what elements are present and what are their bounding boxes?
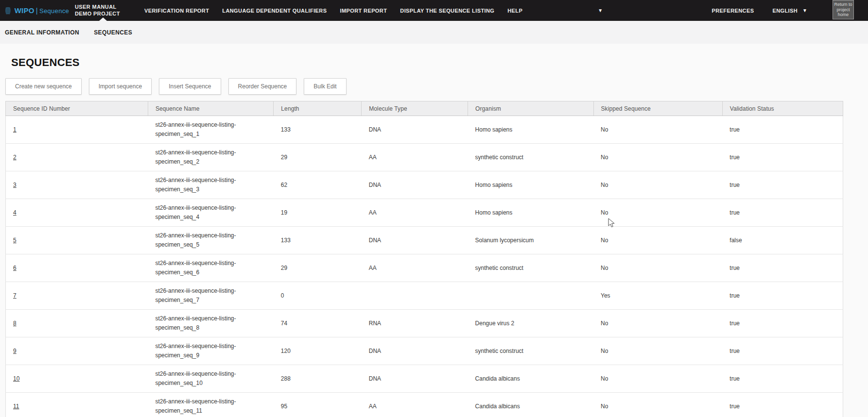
- cell-length: 120: [274, 337, 362, 365]
- cell-name: st26-annex-iii-sequence-listing-specimen…: [148, 365, 273, 393]
- table-row: 7st26-annex-iii-sequence-listing-specime…: [6, 282, 843, 310]
- cell-name: st26-annex-iii-sequence-listing-specimen…: [148, 116, 273, 144]
- import-sequence-button[interactable]: Import sequence: [89, 78, 152, 95]
- menu-item-help[interactable]: HELP: [507, 0, 522, 21]
- table-row: 2st26-annex-iii-sequence-listing-specime…: [6, 144, 843, 171]
- cell-name: st26-annex-iii-sequence-listing-specimen…: [148, 337, 273, 365]
- sequence-id-link[interactable]: 3: [13, 182, 17, 188]
- cell-organism: [468, 282, 593, 310]
- cell-molecule_type: AA: [362, 254, 468, 282]
- cell-validation: true: [722, 199, 843, 227]
- sequence-id-link[interactable]: 1: [13, 126, 17, 133]
- cell-validation: true: [722, 282, 843, 310]
- cell-id: 8: [6, 310, 148, 337]
- language-selector[interactable]: ENGLISH ▼: [772, 8, 807, 14]
- cell-length: 0: [274, 282, 362, 310]
- create-new-sequence-button[interactable]: Create new sequence: [5, 78, 82, 95]
- cell-id: 3: [6, 171, 148, 199]
- cell-length: 29: [274, 254, 362, 282]
- cell-molecule_type: DNA: [362, 365, 468, 393]
- cell-skipped: No: [593, 199, 722, 227]
- column-header-length: Length: [274, 101, 362, 116]
- menu-item-import-report[interactable]: IMPORT REPORT: [340, 0, 387, 21]
- sequence-id-link[interactable]: 8: [13, 320, 17, 327]
- cell-name: st26-annex-iii-sequence-listing-specimen…: [148, 199, 273, 227]
- sequence-id-link[interactable]: 2: [13, 154, 17, 161]
- cell-name: st26-annex-iii-sequence-listing-specimen…: [148, 254, 273, 282]
- cell-organism: Candida albicans: [468, 393, 593, 417]
- cell-name: st26-annex-iii-sequence-listing-specimen…: [148, 282, 273, 310]
- cell-molecule_type: DNA: [362, 171, 468, 199]
- reorder-sequence-button[interactable]: Reorder Sequence: [228, 78, 297, 95]
- sequence-toolbar: Create new sequence Import sequence Inse…: [5, 78, 868, 95]
- cell-length: 19: [274, 199, 362, 227]
- cell-skipped: No: [593, 337, 722, 365]
- sequences-table: Sequence ID Number Sequence Name Length …: [5, 101, 843, 417]
- cell-organism: Homo sapiens: [468, 199, 593, 227]
- cell-skipped: No: [593, 310, 722, 337]
- cell-length: 62: [274, 171, 362, 199]
- cell-skipped: No: [593, 144, 722, 171]
- sequence-name-text: st26-annex-iii-sequence-listing-specimen…: [155, 120, 250, 138]
- cell-validation: false: [722, 227, 843, 254]
- cell-validation: true: [722, 310, 843, 337]
- cell-length: 95: [274, 393, 362, 417]
- menu-item-project[interactable]: USER MANUAL DEMO PROJECT: [75, 0, 131, 21]
- cell-molecule_type: RNA: [362, 310, 468, 337]
- sequence-name-text: st26-annex-iii-sequence-listing-specimen…: [155, 397, 250, 415]
- table-row: 9st26-annex-iii-sequence-listing-specime…: [6, 337, 843, 365]
- table-row: 6st26-annex-iii-sequence-listing-specime…: [6, 254, 843, 282]
- cell-molecule_type: DNA: [362, 116, 468, 144]
- menu-item-verification-report[interactable]: VERIFICATION REPORT: [144, 0, 209, 21]
- language-chevron-down-icon: ▼: [802, 8, 807, 13]
- cell-organism: Solanum lycopersicum: [468, 227, 593, 254]
- sequence-id-link[interactable]: 10: [13, 375, 19, 382]
- sequence-name-text: st26-annex-iii-sequence-listing-specimen…: [155, 342, 250, 360]
- cell-organism: Homo sapiens: [468, 116, 593, 144]
- cell-molecule_type: DNA: [362, 337, 468, 365]
- sequences-table-body: 1st26-annex-iii-sequence-listing-specime…: [6, 116, 843, 417]
- cell-skipped: No: [593, 365, 722, 393]
- menu-item-display-sequence-listing[interactable]: DISPLAY THE SEQUENCE LISTING: [400, 0, 494, 21]
- sequence-id-link[interactable]: 4: [13, 209, 17, 216]
- cell-validation: true: [722, 144, 843, 171]
- tab-sequences[interactable]: SEQUENCES: [94, 29, 132, 36]
- cell-id: 5: [6, 227, 148, 254]
- cell-id: 10: [6, 365, 148, 393]
- page-title: SEQUENCES: [11, 56, 868, 69]
- cell-skipped: No: [593, 393, 722, 417]
- cell-organism: Candida albicans: [468, 365, 593, 393]
- wipo-sequence-logo[interactable]: WIPO|Sequence: [5, 4, 69, 17]
- cell-skipped: No: [593, 171, 722, 199]
- sequence-id-link[interactable]: 5: [13, 237, 17, 244]
- cell-length: 74: [274, 310, 362, 337]
- cell-name: st26-annex-iii-sequence-listing-specimen…: [148, 171, 273, 199]
- return-to-project-home-button[interactable]: Return to project home: [833, 0, 854, 19]
- cell-length: 288: [274, 365, 362, 393]
- sequence-id-link[interactable]: 7: [13, 292, 17, 299]
- table-row: 10st26-annex-iii-sequence-listing-specim…: [6, 365, 843, 393]
- tab-general-information[interactable]: GENERAL INFORMATION: [5, 29, 79, 36]
- wipo-swirl-icon: [5, 4, 11, 17]
- cell-organism: Homo sapiens: [468, 171, 593, 199]
- cell-length: 29: [274, 144, 362, 171]
- cell-organism: Dengue virus 2: [468, 310, 593, 337]
- sequence-name-text: st26-annex-iii-sequence-listing-specimen…: [155, 259, 250, 277]
- sequence-id-link[interactable]: 6: [13, 265, 17, 271]
- column-header-sequence-name: Sequence Name: [148, 101, 273, 116]
- cell-id: 1: [6, 116, 148, 144]
- menu-item-language-dependent-qualifiers[interactable]: LANGUAGE DEPENDENT QUALIFIERS: [222, 0, 327, 21]
- bulk-edit-button[interactable]: Bulk Edit: [304, 78, 346, 95]
- sequence-id-link[interactable]: 9: [13, 348, 17, 354]
- insert-sequence-button[interactable]: Insert Sequence: [159, 78, 221, 95]
- preferences-button[interactable]: PREFERENCES: [712, 0, 754, 21]
- cell-name: st26-annex-iii-sequence-listing-specimen…: [148, 144, 273, 171]
- cell-name: st26-annex-iii-sequence-listing-specimen…: [148, 227, 273, 254]
- menu-overflow-chevron-down-icon[interactable]: ▼: [598, 8, 603, 13]
- cell-id: 7: [6, 282, 148, 310]
- main-content: ‹ SEQUENCES Create new sequence Import s…: [0, 56, 868, 417]
- sequence-id-link[interactable]: 11: [13, 403, 19, 410]
- sequence-name-text: st26-annex-iii-sequence-listing-specimen…: [155, 369, 250, 387]
- section-tabbar: GENERAL INFORMATION SEQUENCES: [0, 21, 868, 44]
- cell-skipped: No: [593, 227, 722, 254]
